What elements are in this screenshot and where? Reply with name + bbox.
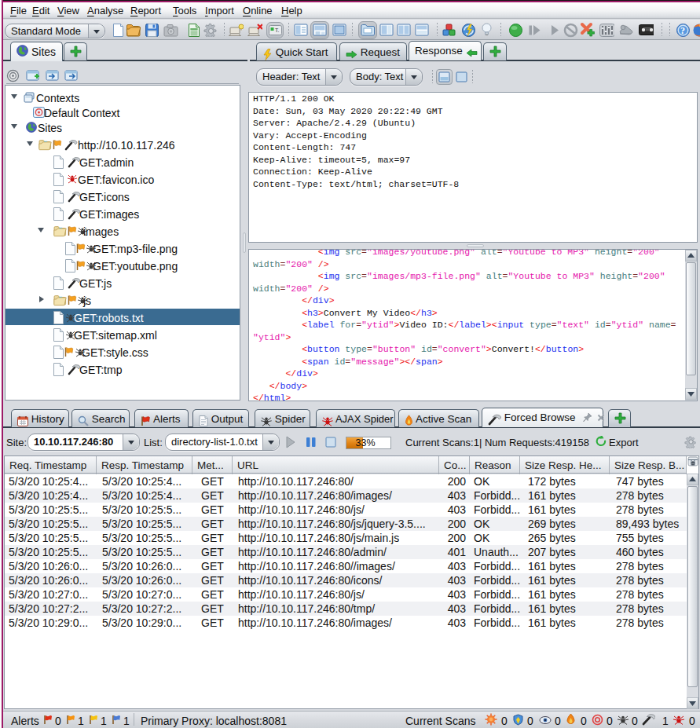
svg-text:T.: T. — [275, 27, 280, 33]
svg-text:?: ? — [680, 25, 685, 36]
